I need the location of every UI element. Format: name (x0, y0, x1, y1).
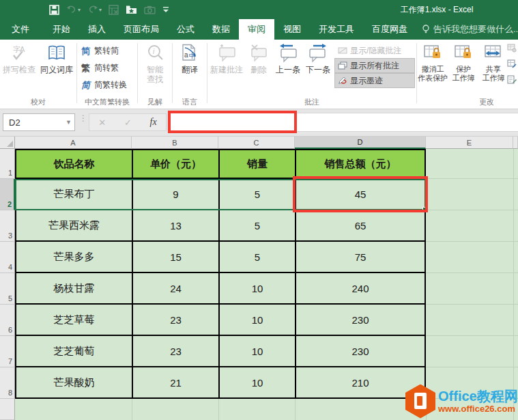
allow-edit-ranges-icon[interactable] (507, 59, 517, 68)
trad-to-simp-button[interactable]: 简 繁转简 (77, 42, 137, 59)
fill-handle[interactable] (422, 207, 427, 212)
translate-button[interactable]: a中 翻译 (176, 42, 203, 74)
tab-view[interactable]: 视图 (274, 19, 310, 40)
delete-comment-button[interactable]: 删除 (246, 42, 272, 74)
row-header-9-partial[interactable] (0, 399, 15, 420)
tell-me-box[interactable]: 告诉我您想要做什么... (416, 19, 518, 40)
undo-icon[interactable]: ▾ (66, 0, 81, 19)
protect-workbook-button[interactable]: 保护 工作簿 (449, 42, 478, 83)
name-box-dropdown-icon[interactable]: ▼ (66, 119, 72, 126)
share-workbook-button[interactable]: 共享 工作簿 (479, 42, 508, 83)
spell-check-button[interactable]: 字A 拼写检查 (1, 42, 37, 74)
undo-dropdown-icon[interactable]: ▾ (78, 7, 81, 13)
table-cell[interactable]: 10 (220, 367, 295, 397)
column-header-c[interactable]: C (218, 137, 295, 149)
table-cell[interactable]: 芒果西米露 (16, 210, 132, 240)
tab-home[interactable]: 开始 (44, 19, 79, 40)
previous-comment-button[interactable]: 上一条 (273, 42, 303, 74)
gridline (426, 210, 518, 210)
column-header-a[interactable]: A (15, 137, 132, 149)
cancel-icon[interactable]: ✕ (98, 117, 106, 128)
enter-icon[interactable]: ✓ (124, 117, 132, 128)
row-header-2[interactable]: 2 (0, 179, 15, 210)
table-cell[interactable]: 芝芝草莓 (16, 305, 132, 335)
column-header-d[interactable]: D (295, 137, 426, 149)
table-cell[interactable]: 饮品名称 (16, 150, 132, 178)
track-changes-icon[interactable] (507, 75, 517, 84)
traditional-char-icon: 繁 (81, 62, 91, 74)
tab-developer[interactable]: 开发工具 (310, 19, 363, 40)
column-header-f-partial[interactable] (513, 137, 518, 149)
table-cell[interactable]: 24 (133, 273, 218, 303)
row-header-7[interactable]: 7 (0, 336, 15, 367)
table-cell[interactable]: 5 (220, 242, 295, 272)
row-header-3[interactable]: 3 (0, 210, 15, 242)
show-all-comments-button[interactable]: 显示所有批注 (334, 58, 415, 73)
table-cell[interactable]: 9 (133, 179, 218, 209)
camera-icon[interactable] (144, 0, 156, 19)
customize-qat-icon[interactable] (162, 0, 169, 19)
tab-data[interactable]: 数据 (203, 19, 239, 40)
table-cell[interactable]: 销售总额（元） (296, 150, 425, 178)
tab-file[interactable]: 文件 (3, 19, 38, 40)
insert-function-icon[interactable]: fx (150, 117, 157, 128)
cell-d2-active[interactable]: 45 (296, 179, 425, 209)
tab-page-layout[interactable]: 页面布局 (115, 19, 168, 40)
redo-icon[interactable]: ▾ (87, 0, 102, 19)
next-comment-button[interactable]: 下一条 (303, 42, 333, 74)
formula-input[interactable] (168, 113, 518, 132)
show-hide-comment-button[interactable]: 显示/隐藏批注 (334, 43, 415, 58)
preview-icon[interactable] (109, 0, 119, 19)
column-header-e[interactable]: E (426, 137, 513, 149)
row-header-1[interactable]: 1 (0, 149, 15, 179)
redo-dropdown-icon[interactable]: ▾ (99, 7, 102, 13)
unprotect-sheet-button[interactable]: 撤消工 作表保护 (418, 42, 448, 83)
table-cell[interactable]: 15 (133, 242, 218, 272)
table-cell[interactable]: 杨枝甘露 (16, 273, 132, 303)
table-cell[interactable]: 240 (296, 273, 425, 303)
table-cell[interactable]: 13 (133, 210, 218, 240)
smart-lookup-button[interactable]: i 智能 查找 (140, 42, 170, 84)
table-cell[interactable]: 23 (133, 336, 218, 366)
column-header-b[interactable]: B (132, 137, 218, 149)
table-cell[interactable]: 5 (220, 210, 295, 240)
tab-review[interactable]: 审阅 (239, 19, 274, 40)
tab-formulas[interactable]: 公式 (168, 19, 203, 40)
table-cell[interactable]: 10 (220, 336, 295, 366)
table-cell[interactable]: 芒果酸奶 (16, 367, 132, 397)
name-box[interactable]: D2 ▼ (3, 113, 75, 131)
formula-buttons: ✕ ✓ fx (89, 113, 167, 131)
thesaurus-button[interactable]: 同义词库 (38, 42, 75, 74)
select-all-corner[interactable] (0, 137, 15, 149)
tab-insert[interactable]: 插入 (79, 19, 115, 40)
table-cell[interactable]: 销量 (220, 150, 295, 178)
row-header-6[interactable]: 6 (0, 305, 15, 336)
protect-shared-workbook-icon[interactable] (507, 44, 517, 53)
table-cell[interactable]: 75 (296, 242, 425, 272)
simp-to-trad-button[interactable]: 繁 简转繁 (77, 59, 137, 76)
save-icon[interactable] (49, 0, 59, 19)
new-comment-button[interactable]: 新建批注 (209, 42, 244, 74)
simp-trad-convert-button[interactable]: 简 简繁转换 (77, 76, 137, 94)
table-cell[interactable]: 21 (133, 367, 218, 397)
tab-baidu-netdisk[interactable]: 百度网盘 (363, 19, 416, 40)
table-cell[interactable]: 5 (220, 179, 295, 209)
folder-star-icon[interactable] (126, 0, 137, 19)
table-cell[interactable]: 芒果布丁 (16, 179, 132, 209)
tell-me-label: 告诉我您想要做什么... (433, 23, 518, 36)
table-cell[interactable]: 65 (296, 210, 425, 240)
table-cell[interactable]: 芝芝葡萄 (16, 336, 132, 366)
row-header-8[interactable]: 8 (0, 367, 15, 399)
row-header-4[interactable]: 4 (0, 242, 15, 273)
row-header-5[interactable]: 5 (0, 273, 15, 305)
table-cell[interactable]: 230 (296, 305, 425, 335)
table-cell[interactable]: 10 (220, 305, 295, 335)
table-cell[interactable]: 23 (133, 305, 218, 335)
table-cell[interactable]: 单价（元） (133, 150, 218, 178)
table-cell[interactable]: 230 (296, 336, 425, 366)
formula-bar-resize-handle[interactable]: ⋮ (79, 116, 87, 120)
show-ink-button[interactable]: 显示墨迹 (334, 73, 415, 88)
watermark-url: www.office26.com (438, 404, 518, 413)
table-cell[interactable]: 芒果多多 (16, 242, 132, 272)
table-cell[interactable]: 10 (220, 273, 295, 303)
